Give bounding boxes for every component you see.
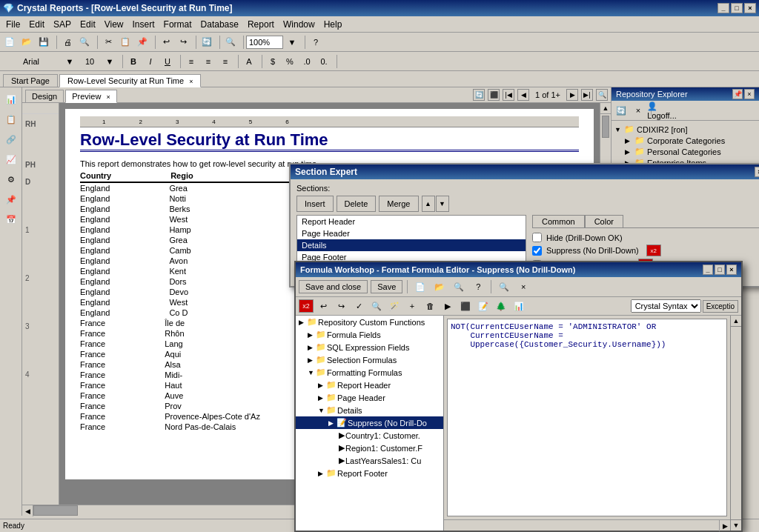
tab-report[interactable]: Row-Level Security at Run Time × (59, 74, 201, 87)
menu-window[interactable]: Window (279, 18, 319, 31)
fw-x2-button[interactable]: x2 (299, 299, 314, 313)
new-button[interactable]: 📄 (1, 34, 18, 50)
section-report-header[interactable]: Report Header (297, 216, 526, 227)
decimal-inc[interactable]: .0 (299, 53, 315, 70)
merge-section-button[interactable]: Merge (379, 196, 418, 212)
zoom-dropdown[interactable]: ▼ (284, 34, 300, 50)
size-dropdown[interactable]: ▼ (102, 53, 118, 70)
font-dropdown[interactable]: ▼ (62, 53, 78, 70)
fw-v-track[interactable] (731, 327, 741, 519)
left-icon-6[interactable]: 📌 (2, 190, 20, 208)
align-center[interactable]: ≡ (200, 53, 216, 70)
repo-logoff-btn[interactable]: 👤 Logoff... (654, 102, 670, 119)
left-icon-2[interactable]: 📋 (2, 110, 20, 128)
copy-button[interactable]: 📋 (117, 34, 133, 50)
font-color[interactable]: A (241, 53, 257, 70)
fw-redo-btn[interactable]: ↪ (333, 299, 349, 313)
repo-delete-btn[interactable]: × (630, 102, 646, 119)
fw-new-button[interactable]: 📄 (412, 279, 428, 294)
menu-view[interactable]: View (100, 18, 128, 31)
nav-first[interactable]: |◀ (503, 89, 514, 101)
menu-report[interactable]: Report (243, 18, 279, 31)
repo-btn-1[interactable]: 🔄 (613, 102, 629, 119)
underline-button[interactable]: U (159, 53, 176, 70)
redo-button[interactable]: ↪ (175, 34, 191, 50)
fw-tree-formatting[interactable]: ▼ 📁 Formatting Formulas (296, 366, 443, 379)
print-preview-button[interactable]: 🔍 (76, 34, 93, 50)
minimize-button[interactable]: _ (717, 3, 729, 13)
menu-edit2[interactable]: Edit (76, 18, 100, 31)
fw-delete-btn2[interactable]: 🗑 (422, 299, 438, 313)
align-left[interactable]: ≡ (183, 53, 199, 70)
fw-tree-country[interactable]: ▶ Country1: Customer. (296, 429, 443, 442)
fw-run-btn[interactable]: ▶ (440, 299, 456, 313)
repo-pin-button[interactable]: 📌 (732, 89, 743, 99)
fw-tree-btn[interactable]: 🌲 (493, 299, 509, 313)
fw-tree-rf[interactable]: ▶ 📁 Report Footer (296, 467, 443, 479)
fw-tree-formula[interactable]: ▶ 📁 Formula Fields (296, 328, 443, 341)
menu-edit[interactable]: Edit (24, 18, 49, 31)
refresh-button[interactable]: 🔄 (199, 34, 215, 50)
fw-scroll-down[interactable]: ▼ (731, 519, 741, 531)
fw-scroll-up[interactable]: ▲ (731, 316, 741, 327)
fw-close-button[interactable]: × (726, 265, 737, 275)
preview-close-button[interactable]: × (106, 93, 110, 101)
hide-checkbox[interactable] (532, 233, 542, 242)
fw-undo-btn[interactable]: ↩ (315, 299, 331, 313)
tab-close-button[interactable]: × (189, 78, 193, 85)
fw-check-btn[interactable]: ✓ (351, 299, 367, 313)
fw-open-button[interactable]: 📂 (431, 279, 448, 294)
nav-next[interactable]: ▶ (566, 89, 578, 101)
common-tab[interactable]: Common (532, 215, 585, 227)
zoom-input[interactable]: 100% (246, 36, 283, 49)
nav-search[interactable]: 🔍 (596, 89, 608, 101)
fw-tree-sales[interactable]: ▶ LastYearsSales1: Cu (296, 454, 443, 467)
nav-prev[interactable]: ◀ (517, 89, 529, 101)
fw-tree-suppress-selected[interactable]: ▶ 📝 Suppress (No Drill-Do (296, 416, 443, 429)
repo-close-button[interactable]: × (744, 89, 755, 99)
paste-button[interactable]: 📌 (134, 34, 150, 50)
font-selector[interactable]: Arial (1, 53, 61, 70)
fw-tree-region[interactable]: ▶ Region1: Customer.F (296, 442, 443, 454)
percent-button[interactable]: % (282, 53, 298, 70)
bold-button[interactable]: B (125, 53, 142, 70)
fw-save-button[interactable]: Save (371, 280, 402, 293)
fw-table-btn[interactable]: 📊 (511, 299, 527, 313)
left-icon-3[interactable]: 🔗 (2, 130, 20, 148)
tab-design[interactable]: Design (25, 90, 64, 102)
fw-wand-btn[interactable]: 🪄 (386, 299, 402, 313)
currency-button[interactable]: $ (265, 53, 281, 70)
nav-last[interactable]: ▶| (581, 89, 593, 101)
menu-file[interactable]: File (1, 18, 24, 31)
print-button[interactable]: 🖨 (59, 34, 76, 50)
save-button[interactable]: 💾 (36, 34, 52, 50)
nav-refresh[interactable]: 🔄 (473, 89, 485, 101)
fw-delete-button[interactable]: × (515, 279, 531, 294)
exception-button[interactable]: Exceptio (703, 300, 738, 313)
h-scroll-thumb[interactable] (33, 505, 78, 516)
fw-tree-repo[interactable]: ▶ 📁 Repository Custom Functions (296, 316, 443, 328)
fw-tree-ph[interactable]: ▶ 📁 Page Header (296, 391, 443, 404)
align-right[interactable]: ≡ (217, 53, 233, 70)
menu-format[interactable]: Format (159, 18, 196, 31)
tab-start-page[interactable]: Start Page (3, 74, 58, 87)
fw-maximize-button[interactable]: □ (715, 265, 725, 275)
fw-minimize-button[interactable]: _ (703, 265, 713, 275)
size-selector[interactable]: 10 (79, 53, 101, 70)
fw-tree-sql[interactable]: ▶ 📁 SQL Expression Fields (296, 341, 443, 353)
open-button[interactable]: 📂 (19, 34, 35, 50)
fw-tree-details[interactable]: ▼ 📁 Details (296, 404, 443, 416)
color-tab[interactable]: Color (585, 215, 623, 227)
insert-section-button[interactable]: Insert (296, 196, 334, 212)
suppress-x2-icon[interactable]: x2 (646, 245, 661, 256)
close-button[interactable]: × (744, 3, 756, 13)
section-expert-close[interactable]: × (755, 167, 759, 177)
left-icon-1[interactable]: 📊 (2, 90, 20, 108)
fw-insert-btn[interactable]: + (404, 299, 420, 313)
scroll-up-button[interactable]: ▲ (600, 103, 611, 114)
nav-stop[interactable]: ⬛ (488, 89, 500, 101)
syntax-selector[interactable]: Crystal Syntax Basic Syntax (631, 299, 701, 313)
cut-button[interactable]: ✂ (100, 34, 116, 50)
menu-insert[interactable]: Insert (128, 18, 159, 31)
tab-preview[interactable]: Preview × (65, 90, 116, 103)
